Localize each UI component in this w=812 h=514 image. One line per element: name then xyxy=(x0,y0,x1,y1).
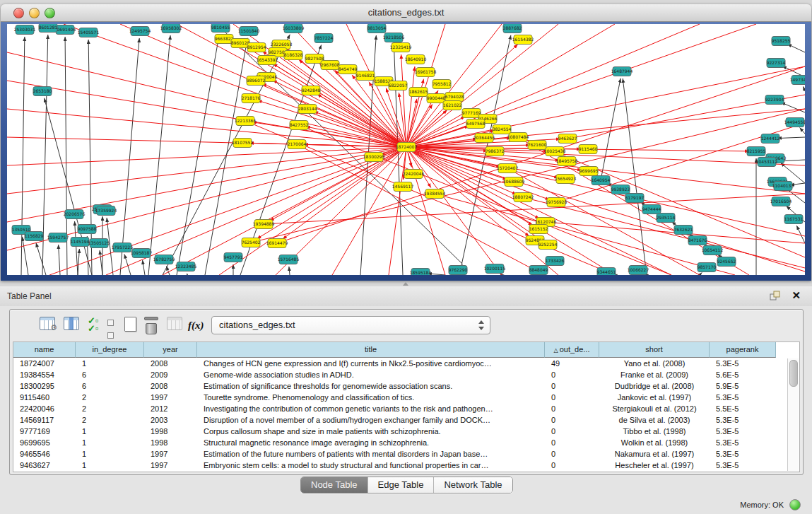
graph-node[interactable]: 8601281 xyxy=(39,24,58,33)
graph-node[interactable]: 1640954 xyxy=(592,176,611,185)
graph-node[interactable]: 9245652 xyxy=(717,257,736,267)
column-header-in_degree[interactable]: in_degree xyxy=(76,342,144,358)
clear-selection-icon[interactable] xyxy=(107,317,116,334)
graph-node[interactable]: 9344651 xyxy=(597,268,616,276)
graph-node[interactable]: 8427552 xyxy=(290,121,309,130)
graph-node[interactable]: 11040133 xyxy=(772,182,794,191)
tab-node-table[interactable]: Node Table xyxy=(301,477,368,493)
graph-node[interactable]: 1167531 xyxy=(784,215,804,224)
graph-node[interactable]: 16487944 xyxy=(611,67,633,76)
window-titlebar[interactable]: citations_edges.txt xyxy=(1,4,811,22)
graph-node[interactable]: 16154382 xyxy=(512,35,534,45)
scrollbar-thumb[interactable] xyxy=(789,360,798,387)
table-row[interactable]: 1938455462009Genome-wide association stu… xyxy=(13,369,787,380)
graph-node[interactable]: 9242848 xyxy=(302,86,321,95)
graph-node[interactable]: 18724007 xyxy=(396,143,418,152)
graph-node[interactable]: 19384554 xyxy=(424,189,446,199)
graph-node[interactable]: 9474444 xyxy=(642,205,661,214)
network-canvas[interactable]: 1872400796638228960128891295423226058982… xyxy=(7,24,805,275)
graph-node[interactable]: 1145194 xyxy=(71,238,90,247)
import-table-icon[interactable] xyxy=(167,317,184,334)
graph-node[interactable]: 7632621 xyxy=(674,226,693,235)
tab-network-table[interactable]: Network Table xyxy=(434,477,512,493)
table-row[interactable]: 946554611997Estimation of the future num… xyxy=(13,448,787,460)
graph-node[interactable]: 10958187 xyxy=(131,249,153,258)
graph-node[interactable]: 18807242 xyxy=(512,193,534,202)
table-row[interactable]: 1830029562008Estimation of significance … xyxy=(13,380,787,392)
vertical-scrollbar[interactable] xyxy=(787,358,799,471)
graph-node[interactable]: 9227314 xyxy=(767,59,786,68)
tab-edge-table[interactable]: Edge Table xyxy=(368,477,435,493)
graph-node[interactable]: 14569117 xyxy=(392,182,414,192)
graph-node[interactable]: 20364456 xyxy=(473,134,495,143)
graph-node[interactable]: 9097588 xyxy=(78,225,97,234)
graph-node[interactable]: 1621022 xyxy=(443,101,462,110)
graph-node[interactable]: 7625402 xyxy=(242,238,261,247)
graph-node[interactable]: 2170064 xyxy=(288,140,307,149)
graph-node[interactable]: 10200115 xyxy=(484,264,506,274)
graph-node[interactable]: 2935114 xyxy=(657,214,676,223)
graph-node[interactable]: 1862615 xyxy=(409,88,428,97)
delete-column-icon[interactable] xyxy=(146,317,163,334)
graph-node[interactable]: 12325419 xyxy=(390,43,412,52)
graph-node[interactable]: 9900448 xyxy=(427,94,446,103)
graph-node[interactable]: 17359924 xyxy=(95,206,117,216)
graph-node[interactable]: 16958302 xyxy=(160,24,182,33)
graph-node[interactable]: 8471676 xyxy=(688,236,707,245)
show-columns-icon[interactable] xyxy=(64,317,81,334)
graph-node[interactable]: 10654112 xyxy=(702,246,724,255)
graph-node[interactable]: 10066227 xyxy=(628,266,649,275)
graph-node[interactable]: 7857224 xyxy=(314,34,334,43)
float-panel-icon[interactable] xyxy=(770,291,781,301)
column-header-name[interactable]: name xyxy=(13,342,76,358)
graph-node[interactable]: 15654923 xyxy=(555,175,577,184)
graph-node[interactable]: 18595184 xyxy=(410,269,432,276)
graph-node[interactable]: 15942757 xyxy=(47,233,69,243)
graph-node[interactable]: 8215955 xyxy=(747,147,766,156)
graph-node[interactable]: 6179197 xyxy=(625,194,645,203)
graph-node[interactable]: 7986372 xyxy=(486,147,505,156)
graph-node[interactable]: 1615152 xyxy=(529,225,548,234)
graph-node[interactable]: 17016504 xyxy=(770,197,792,206)
graph-node[interactable]: 9463627 xyxy=(558,134,577,144)
table-row[interactable]: 2242004622012Investigating the contribut… xyxy=(13,403,787,414)
graph-node[interactable]: 6822057 xyxy=(389,81,408,90)
table-row[interactable]: 946362711997Embryonic stem cells: a mode… xyxy=(13,460,787,471)
column-header-year[interactable]: year xyxy=(144,342,197,358)
graph-node[interactable]: 3824554 xyxy=(493,125,512,134)
graph-node[interactable]: 2967608 xyxy=(321,61,340,70)
graph-node[interactable]: 10688609 xyxy=(503,177,525,187)
graph-node[interactable]: 1733426 xyxy=(546,257,565,266)
graph-node[interactable]: 18495758 xyxy=(556,157,578,166)
graph-node[interactable]: 15720407 xyxy=(497,164,519,173)
graph-node[interactable]: 8454749 xyxy=(339,65,358,74)
graph-node[interactable]: 18300295 xyxy=(363,153,385,162)
column-header-title[interactable]: title xyxy=(197,342,545,358)
table-row[interactable]: 1872400712008Changes of HCN gene express… xyxy=(13,358,787,369)
graph-node[interactable]: 7955812 xyxy=(433,80,452,89)
graph-node[interactable]: 10807484 xyxy=(507,133,529,142)
column-header-pagerank[interactable]: pagerank xyxy=(710,342,776,358)
select-all-icon[interactable]: ✓▫✓▫ xyxy=(88,317,105,334)
graph-node[interactable]: 1244412 xyxy=(761,134,780,144)
graph-node[interactable]: 2718176 xyxy=(242,94,261,103)
graph-node[interactable]: 6497568 xyxy=(466,119,486,129)
graph-node[interactable]: 18107552 xyxy=(232,139,254,148)
graph-node[interactable]: 18640910 xyxy=(405,55,427,64)
graph-node[interactable]: 2887682 xyxy=(503,24,522,33)
graph-node[interactable]: 10025438 xyxy=(544,147,566,156)
close-panel-icon[interactable]: ✕ xyxy=(792,289,801,302)
graph-node[interactable]: 9252254 xyxy=(539,240,558,250)
graph-node[interactable]: 1156829 xyxy=(25,232,44,241)
column-header-short[interactable]: short xyxy=(599,342,710,358)
graph-node[interactable]: 9457791 xyxy=(224,253,243,262)
graph-node[interactable]: 19756928 xyxy=(546,198,567,207)
graph-node[interactable]: 12495754 xyxy=(129,27,151,36)
graph-node[interactable]: 8813054 xyxy=(367,24,387,33)
graph-node[interactable]: 12323485 xyxy=(175,262,197,271)
graph-node[interactable]: 9115460 xyxy=(579,145,598,154)
column-header-out_de[interactable]: △out_de... xyxy=(545,342,599,358)
graph-node[interactable]: 25303031 xyxy=(14,25,36,35)
graph-node[interactable]: 9762290 xyxy=(449,266,468,275)
graph-node[interactable]: 9896072 xyxy=(247,76,266,86)
